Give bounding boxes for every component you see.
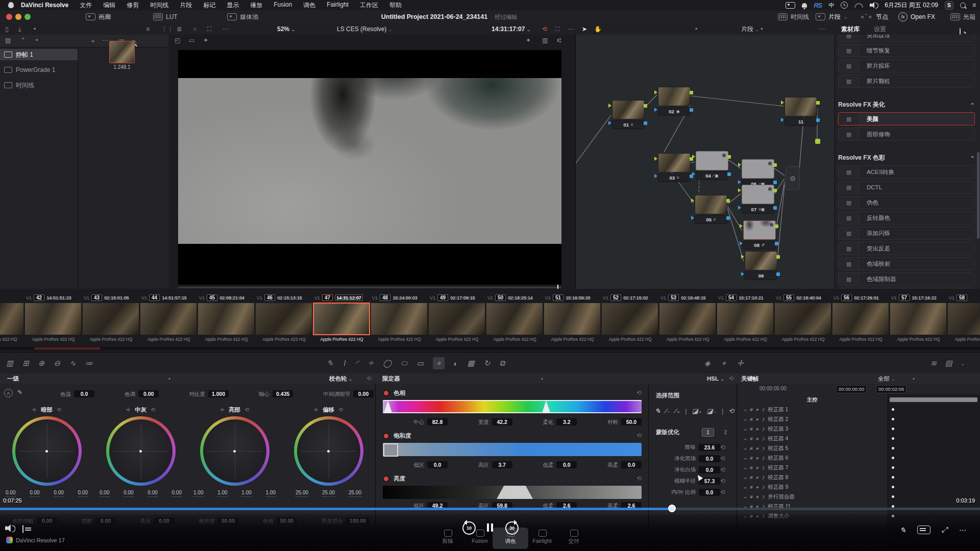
row-lock-icon[interactable]: ▣ (749, 427, 753, 431)
pause-button[interactable] (487, 523, 493, 532)
clip-thumbnail[interactable] (256, 303, 312, 335)
grade-node-05[interactable]: 05≡ (695, 195, 727, 224)
still-thumbnail[interactable] (109, 41, 135, 63)
primary-page-dot[interactable]: • (168, 373, 170, 384)
sort-icon[interactable]: ≡ (146, 23, 150, 35)
node-key-input[interactable] (692, 172, 695, 176)
collapse-icon[interactable]: ⌄ (961, 361, 965, 366)
pen-tool-icon[interactable]: ✎ (327, 359, 333, 368)
clip-thumbnail[interactable] (140, 303, 197, 335)
node-key-input[interactable] (741, 272, 744, 276)
apple-menu-icon[interactable] (8, 2, 14, 8)
grade-node-08[interactable]: 08✐ (743, 220, 776, 249)
row-enable-dot[interactable]: ● (744, 437, 746, 441)
keyframe-dot[interactable] (892, 437, 894, 440)
clip-number-badge[interactable]: 48 (380, 294, 390, 301)
fx-section-header[interactable]: Resolve FX 色彩⌃ (838, 143, 975, 165)
fx-item[interactable]: ▩色域映射 (838, 257, 975, 270)
clip-thumbnail[interactable] (775, 303, 831, 335)
row-expand-icon[interactable]: ❯ (762, 417, 765, 421)
qualifier-page-dot[interactable]: • (541, 373, 543, 384)
row-keyframe-icon[interactable]: ◆ (756, 456, 758, 460)
grade-node-09[interactable]: 09 (745, 251, 777, 280)
keyframe-dot[interactable] (892, 486, 894, 488)
keyframes-dot[interactable]: • (913, 373, 915, 384)
row-lock-icon[interactable]: ▣ (749, 408, 753, 412)
node-key-output[interactable] (773, 206, 777, 210)
primary-field-value[interactable]: 1.000 (208, 390, 229, 397)
primary-field-value[interactable]: 0.00 (138, 390, 159, 397)
gallery-toggle-button[interactable]: 画廊 (86, 10, 111, 23)
color-wheel[interactable] (12, 416, 82, 486)
node-rgb-input[interactable] (741, 255, 744, 259)
clip-number-badge[interactable]: 57 (899, 294, 910, 301)
fx-item[interactable]: ▩胶片损坏 (838, 59, 975, 72)
keyframe-dot[interactable] (892, 447, 894, 449)
row-keyframe-icon[interactable]: ◆ (756, 408, 758, 412)
row-enable-dot[interactable]: ● (744, 418, 746, 421)
hook-icon[interactable]: ⌃ (20, 37, 26, 44)
clip-thumbnail[interactable] (717, 303, 773, 335)
fx-item[interactable]: ▩细节恢复 (838, 44, 975, 57)
keyframe-in-timecode[interactable]: 00:00:00:00 (836, 385, 867, 393)
timeline-clip[interactable]: V15602:17:26:01Apple ProRes 422 HQ (832, 289, 890, 352)
fx-tab-library[interactable]: 素材库 (841, 23, 860, 36)
node-rgb-input[interactable] (738, 188, 741, 192)
gallery-more-icon[interactable]: ⋯ (102, 37, 108, 44)
fx-section-header[interactable]: Resolve FX 美化⌃ (838, 90, 975, 112)
keyframe-out-timecode[interactable]: 00:00:02:06 (876, 385, 906, 393)
node-rgb-input[interactable] (740, 224, 743, 228)
zoom-window-button[interactable] (24, 14, 31, 20)
zoom-in-icon[interactable]: ⊕ (38, 359, 45, 368)
menu-item[interactable]: 帮助 (389, 1, 402, 10)
row-expand-icon[interactable]: ❯ (762, 485, 765, 489)
nodes-toggle-button[interactable]: ⚬‾⚬ 节点 (860, 10, 888, 23)
color-wheel[interactable] (200, 416, 270, 486)
keyframe-row[interactable]: ●▣◆❯校正器 9 (737, 483, 887, 491)
node-more-icon[interactable]: ⋯ (819, 23, 825, 35)
node-graph-panel[interactable]: 01≡02◉03≡04∕ ▣05≡06◔▣07≡▣08✐0911 ⊙ (575, 35, 835, 289)
input-method-icon[interactable]: 中 (828, 2, 834, 9)
grab-still-icon[interactable]: ⤓ (18, 23, 21, 35)
row-lock-icon[interactable]: ▣ (749, 456, 753, 460)
grade-node-01[interactable]: 01≡ (612, 100, 645, 129)
qualifier-reset-icon[interactable]: ⟲ (729, 373, 734, 384)
gallery-album-item[interactable]: PowerGrade 1 (0, 64, 78, 76)
qualifier-field-value[interactable]: 50.0 (621, 418, 642, 425)
keyframe-row[interactable]: ●▣◆❯并行混合器 (737, 493, 887, 501)
wheel-value[interactable]: 0.00 (123, 490, 134, 497)
expand-icon[interactable]: ⛶ (207, 23, 211, 35)
image-wipe-icon[interactable]: ◰ (175, 37, 180, 44)
qualifier-field-value[interactable]: 0.0 (427, 461, 448, 468)
link-icon[interactable]: ∿ (69, 359, 76, 368)
picker-icon[interactable]: ✎ (655, 407, 660, 415)
row-expand-icon[interactable]: ❯ (762, 427, 765, 431)
collapse-icon[interactable]: ⌃ (970, 102, 975, 109)
row-keyframe-icon[interactable]: ◆ (756, 485, 758, 489)
clip-number-badge[interactable]: 49 (437, 294, 448, 301)
player-progress-bar[interactable] (0, 508, 980, 510)
qualifier-field-value[interactable]: 0.0 (556, 461, 577, 468)
node-key-input[interactable] (740, 241, 743, 245)
color-wheel[interactable] (294, 416, 363, 486)
player-more-icon[interactable]: ⋯ (959, 526, 966, 534)
fx-item[interactable]: ▩ACES转换 (838, 165, 975, 179)
node-view-selector[interactable]: 片段 ⌄ • (741, 23, 763, 35)
edit-note-icon[interactable]: ✎ (900, 526, 906, 534)
node-rgb-input[interactable] (654, 157, 657, 161)
crosshair-icon[interactable]: ✛ (737, 359, 744, 368)
node-rgb-output[interactable] (773, 189, 777, 192)
tracker-icon[interactable]: ↻ (484, 359, 491, 368)
clip-number-badge[interactable]: 46 (264, 294, 275, 301)
ellipse-window-icon[interactable]: ⬭ (401, 359, 407, 368)
node-rgb-output[interactable] (726, 199, 730, 203)
matte-field-value[interactable]: 0.0 (699, 455, 720, 462)
keyframe-dot[interactable] (892, 457, 894, 459)
spline-mode-icon[interactable]: ▤ (945, 359, 952, 368)
danmaku-settings-icon[interactable] (917, 525, 930, 534)
row-expand-icon[interactable]: ❯ (762, 466, 765, 470)
fx-item[interactable]: ▩胶片颗粒 (838, 74, 975, 88)
qualifier-mode-selector[interactable]: HSL ⌄ (707, 373, 724, 384)
fullscreen-icon[interactable]: ⤢ (942, 525, 947, 534)
player-progress-handle[interactable] (668, 505, 676, 512)
